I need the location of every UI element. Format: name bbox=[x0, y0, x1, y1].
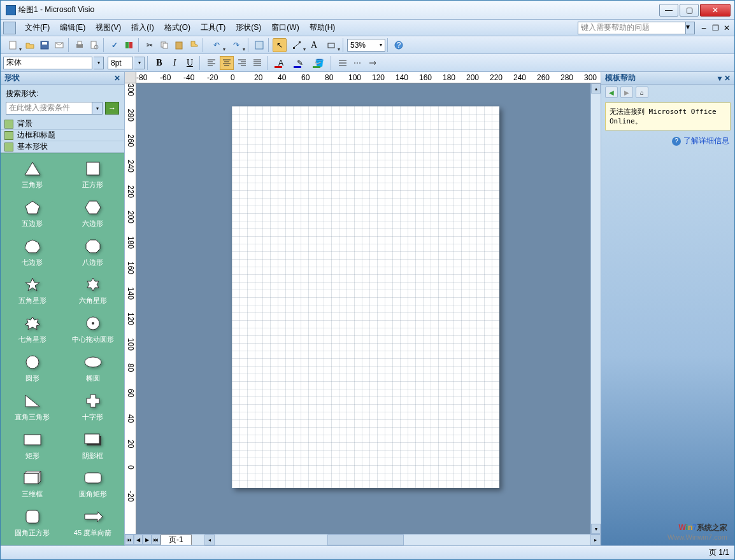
shape-center-drag-circle[interactable]: 中心拖动圆形 bbox=[62, 311, 123, 349]
research-button[interactable] bbox=[122, 38, 136, 52]
menu-help[interactable]: 帮助(H) bbox=[304, 21, 341, 34]
menu-insert[interactable]: 插入(I) bbox=[126, 21, 159, 34]
paste-button[interactable] bbox=[172, 38, 186, 52]
close-button[interactable]: ✕ bbox=[700, 4, 731, 17]
print-preview-button[interactable] bbox=[87, 38, 101, 52]
underline-button[interactable]: U bbox=[183, 56, 197, 70]
tab-last-button[interactable]: ⏭ bbox=[152, 535, 161, 545]
undo-button[interactable]: ↶ bbox=[207, 38, 226, 52]
shapes-pane-close-icon[interactable]: ✕ bbox=[114, 74, 120, 83]
system-menu-icon[interactable] bbox=[3, 22, 16, 34]
zoom-combo[interactable]: 53%▾ bbox=[347, 39, 385, 52]
canvas[interactable] bbox=[136, 83, 590, 534]
menu-format[interactable]: 格式(O) bbox=[159, 21, 196, 34]
shape-square[interactable]: 正方形 bbox=[62, 156, 123, 195]
shape-ellipse[interactable]: 椭圆 bbox=[62, 349, 123, 388]
menu-tools[interactable]: 工具(T) bbox=[196, 21, 231, 34]
font-size-combo[interactable]: 8pt bbox=[108, 57, 133, 69]
doc-minimize-button[interactable]: – bbox=[699, 23, 709, 33]
stencil-background[interactable]: 背景 bbox=[1, 118, 124, 130]
help-pane-dropdown-icon[interactable]: ▾ bbox=[718, 74, 722, 83]
print-button[interactable] bbox=[73, 38, 87, 52]
shape-45-arrow[interactable]: 45 度单向箭 bbox=[62, 504, 123, 543]
vertical-scrollbar[interactable]: ▴▾ bbox=[590, 83, 601, 534]
help-back-button[interactable]: ◀ bbox=[605, 87, 618, 98]
shape-6star[interactable]: 六角星形 bbox=[62, 272, 123, 311]
vertical-ruler[interactable]: 3002802602402202001801601401201008060402… bbox=[125, 83, 136, 534]
redo-button[interactable]: ↷ bbox=[227, 38, 246, 52]
shape-heptagon[interactable]: 七边形 bbox=[2, 234, 62, 272]
page-tab[interactable]: 页-1 bbox=[161, 535, 192, 545]
shape-triangle[interactable]: 三角形 bbox=[2, 156, 62, 195]
help-pane-close-icon[interactable]: ✕ bbox=[724, 74, 731, 83]
shape-7star[interactable]: 七角星形 bbox=[2, 311, 62, 349]
italic-button[interactable]: I bbox=[168, 56, 182, 70]
drawing-tools-button[interactable] bbox=[322, 38, 341, 52]
connector-tool-button[interactable] bbox=[287, 38, 306, 52]
horizontal-ruler[interactable]: -80-60-40-200204060801001201401601802002… bbox=[136, 72, 601, 83]
line-color-button[interactable]: ✎ bbox=[291, 56, 309, 70]
tab-prev-button[interactable]: ◀ bbox=[134, 535, 143, 545]
maximize-button[interactable]: ▢ bbox=[680, 4, 699, 17]
minimize-button[interactable]: — bbox=[659, 4, 678, 17]
new-button[interactable] bbox=[3, 38, 22, 52]
shape-rounded-rect[interactable]: 圆角矩形 bbox=[62, 465, 123, 504]
help-search-box[interactable]: 键入需要帮助的问题 bbox=[578, 22, 686, 34]
align-justify-button[interactable] bbox=[250, 56, 264, 70]
help-button[interactable]: ? bbox=[392, 38, 406, 52]
align-left-button[interactable] bbox=[204, 56, 218, 70]
shape-hexagon[interactable]: 六边形 bbox=[62, 195, 123, 234]
align-right-button[interactable] bbox=[235, 56, 249, 70]
pointer-tool-button[interactable]: ↖ bbox=[273, 38, 287, 52]
line-weight-button[interactable] bbox=[336, 56, 350, 70]
email-button[interactable] bbox=[52, 38, 66, 52]
menu-view[interactable]: 视图(V) bbox=[90, 21, 126, 34]
stencil-borders[interactable]: 边框和标题 bbox=[1, 130, 124, 141]
stencil-basic-shapes[interactable]: 基本形状 bbox=[1, 141, 124, 153]
shape-right-triangle[interactable]: 直角三角形 bbox=[2, 388, 62, 427]
menu-window[interactable]: 窗口(W) bbox=[266, 21, 304, 34]
search-input[interactable]: 在此键入搜索条件 bbox=[6, 102, 92, 115]
help-forward-button[interactable]: ▶ bbox=[620, 87, 633, 98]
search-dropdown[interactable]: ▾ bbox=[92, 102, 103, 115]
fill-color-button[interactable]: 🪣 bbox=[310, 56, 328, 70]
shape-5star[interactable]: 五角星形 bbox=[2, 272, 62, 311]
cut-button[interactable]: ✂ bbox=[143, 38, 157, 52]
shape-3d-box[interactable]: 三维框 bbox=[2, 465, 62, 504]
line-ends-button[interactable] bbox=[366, 56, 380, 70]
font-combo[interactable]: 宋体 bbox=[3, 57, 92, 69]
horizontal-scrollbar[interactable]: ◂▸ bbox=[204, 535, 601, 545]
line-pattern-button[interactable] bbox=[351, 56, 365, 70]
help-home-button[interactable]: ⌂ bbox=[636, 87, 648, 98]
help-search-dropdown[interactable]: ▾ bbox=[686, 22, 695, 34]
font-dropdown[interactable]: ▾ bbox=[94, 57, 104, 69]
shape-rounded-square[interactable]: 圆角正方形 bbox=[2, 504, 62, 543]
doc-restore-button[interactable]: ❐ bbox=[710, 23, 720, 33]
shape-octagon[interactable]: 八边形 bbox=[62, 234, 123, 272]
doc-close-button[interactable]: ✕ bbox=[722, 23, 732, 33]
open-button[interactable] bbox=[23, 38, 37, 52]
copy-button[interactable] bbox=[157, 38, 171, 52]
spelling-button[interactable]: ✓ bbox=[108, 38, 122, 52]
save-button[interactable] bbox=[38, 38, 52, 52]
tab-next-button[interactable]: ▶ bbox=[143, 535, 152, 545]
font-size-dropdown[interactable]: ▾ bbox=[134, 57, 145, 69]
search-go-button[interactable]: → bbox=[105, 102, 119, 115]
format-painter-button[interactable] bbox=[187, 38, 201, 52]
menu-edit[interactable]: 编辑(E) bbox=[55, 21, 90, 34]
tab-first-button[interactable]: ⏮ bbox=[125, 535, 134, 545]
shape-circle[interactable]: 圆形 bbox=[2, 349, 62, 388]
shape-rectangle[interactable]: 矩形 bbox=[2, 427, 62, 466]
help-details-link[interactable]: ? 了解详细信息 bbox=[601, 133, 734, 149]
drawing-page[interactable] bbox=[232, 106, 499, 488]
shapes-window-button[interactable] bbox=[252, 38, 266, 52]
shape-pentagon[interactable]: 五边形 bbox=[2, 195, 62, 234]
font-color-button[interactable]: A bbox=[272, 56, 290, 70]
text-tool-button[interactable]: A bbox=[307, 38, 321, 52]
menu-shape[interactable]: 形状(S) bbox=[231, 21, 266, 34]
menu-file[interactable]: 文件(F) bbox=[20, 21, 55, 34]
shape-shadow-box[interactable]: 阴影框 bbox=[62, 427, 123, 466]
bold-button[interactable]: B bbox=[152, 56, 166, 70]
shape-cross[interactable]: 十字形 bbox=[62, 388, 123, 427]
align-center-button[interactable] bbox=[220, 56, 234, 70]
